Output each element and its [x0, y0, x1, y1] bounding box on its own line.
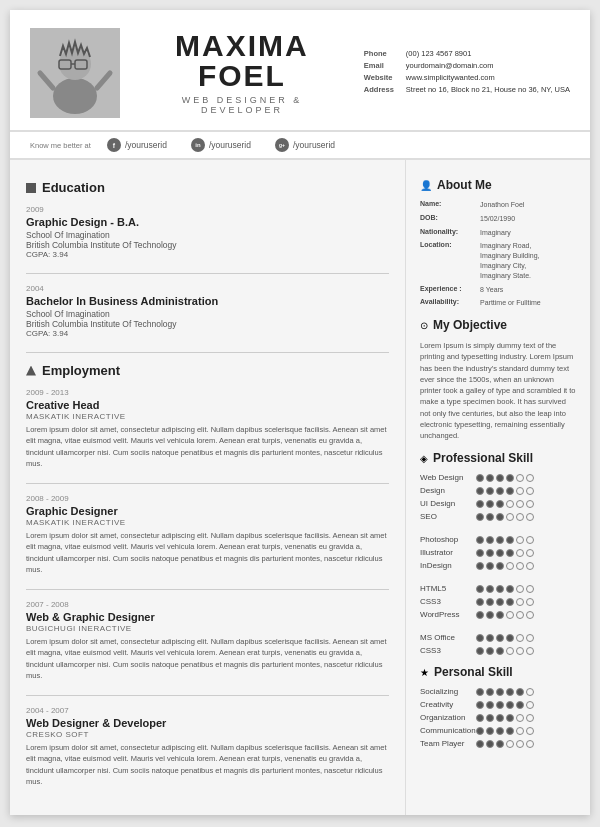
dot [496, 598, 504, 606]
edu-item-1: 2009 Graphic Design - B.A. School Of Ima… [26, 205, 389, 259]
dot [506, 474, 514, 482]
dot [496, 714, 504, 722]
skill-group-1: Web Design Design [420, 473, 576, 521]
dot [486, 474, 494, 482]
resume: MAXIMA FOEL WEB DESIGNER & DEVELOPER Pho… [10, 10, 590, 815]
dot [506, 562, 514, 570]
dot [496, 585, 504, 593]
dot [476, 714, 484, 722]
skill-illustrator-label: Illustrator [420, 548, 476, 557]
dot [486, 549, 494, 557]
dot [476, 611, 484, 619]
dot [506, 598, 514, 606]
linkedin-social[interactable]: in /youruserid [191, 138, 251, 152]
profile-photo [30, 28, 120, 118]
website-value: www.simplicitywanted.com [406, 73, 495, 82]
svg-point-1 [53, 78, 97, 114]
emp-title-4: Web Designer & Developer [26, 717, 389, 729]
dot [476, 634, 484, 642]
skill-html5: HTML5 [420, 584, 576, 593]
dot [526, 487, 534, 495]
skill-css3-2-label: CSS3 [420, 646, 476, 655]
dot [516, 701, 524, 709]
employment-icon [26, 366, 36, 376]
skill-wordpress-dots [476, 611, 534, 619]
dot [496, 701, 504, 709]
skill-wordpress: WordPress [420, 610, 576, 619]
emp-desc-2: Lorem ipsum dolor sit amet, consectetur … [26, 530, 389, 575]
about-dob-label: DOB: [420, 214, 480, 224]
dot [486, 740, 494, 748]
address-value: Street no 16, Block no 21, House no 36, … [406, 85, 570, 94]
skill-photoshop-label: Photoshop [420, 535, 476, 544]
emp-company-2: MASKATIK INERACTIVE [26, 518, 389, 527]
emp-desc-3: Lorem ipsum dolor sit amet, consectetur … [26, 636, 389, 681]
dot [476, 549, 484, 557]
dot [526, 474, 534, 482]
skill-design-label: Design [420, 486, 476, 495]
dot [486, 500, 494, 508]
dot [496, 500, 504, 508]
gplus-icon: g+ [275, 138, 289, 152]
skill-css3: CSS3 [420, 597, 576, 606]
dot [486, 701, 494, 709]
skill-web-design-label: Web Design [420, 473, 476, 482]
social-bar: Know me better at f /youruserid in /your… [10, 131, 590, 160]
emp-item-3: 2007 - 2008 Web & Graphic Designer BUGIC… [26, 600, 389, 681]
dot [506, 740, 514, 748]
dot [526, 536, 534, 544]
dot [476, 598, 484, 606]
phone-value: (00) 123 4567 8901 [406, 49, 471, 58]
skill-wordpress-label: WordPress [420, 610, 476, 619]
edu-school-1b: British Columbia Institute Of Technology [26, 240, 389, 250]
dot [476, 487, 484, 495]
emp-desc-4: Lorem ipsum dolor sit amet, consectetur … [26, 742, 389, 787]
about-location-row: Location: Imaginary Road,Imaginary Build… [420, 241, 576, 280]
dot [506, 500, 514, 508]
name-line2: FOEL [138, 61, 346, 91]
linkedin-icon: in [191, 138, 205, 152]
dot [486, 585, 494, 593]
contact-block: Phone (00) 123 4567 8901 Email yourdomai… [364, 49, 570, 97]
skill-illustrator-dots [476, 549, 534, 557]
dot [506, 536, 514, 544]
dot [506, 727, 514, 735]
dot [486, 513, 494, 521]
email-label: Email [364, 61, 406, 70]
dot [516, 562, 524, 570]
about-avail-row: Availability: Parttime or Fulltime [420, 298, 576, 308]
dot [486, 647, 494, 655]
skill-creativity: Creativity [420, 700, 576, 709]
dot [516, 474, 524, 482]
skill-web-design-dots [476, 474, 534, 482]
profskill-heading: Professional Skill [433, 451, 533, 465]
dot [486, 536, 494, 544]
edu-cgpa-1: CGPA: 3.94 [26, 250, 389, 259]
dot [486, 634, 494, 642]
name-line1: MAXIMA [138, 31, 346, 61]
about-name-value: Jonathon Foel [480, 200, 524, 210]
emp-period-3: 2007 - 2008 [26, 600, 389, 609]
dot [526, 598, 534, 606]
dot [506, 634, 514, 642]
skill-socializing-dots [476, 688, 534, 696]
skill-organization: Organization [420, 713, 576, 722]
dot [526, 701, 534, 709]
skill-indesign-dots [476, 562, 534, 570]
skill-illustrator: Illustrator [420, 548, 576, 557]
skill-communication-label: Communication [420, 726, 476, 735]
dot [526, 634, 534, 642]
dot [496, 474, 504, 482]
dot [476, 688, 484, 696]
dot [476, 585, 484, 593]
dot [516, 487, 524, 495]
dot [496, 740, 504, 748]
skill-communication-dots [476, 727, 534, 735]
gplus-social[interactable]: g+ /youruserid [275, 138, 335, 152]
about-avail-label: Availability: [420, 298, 480, 308]
skill-socializing: Socializing [420, 687, 576, 696]
skill-ui-design-dots [476, 500, 534, 508]
skill-html5-label: HTML5 [420, 584, 476, 593]
dot [516, 611, 524, 619]
facebook-social[interactable]: f /youruserid [107, 138, 167, 152]
